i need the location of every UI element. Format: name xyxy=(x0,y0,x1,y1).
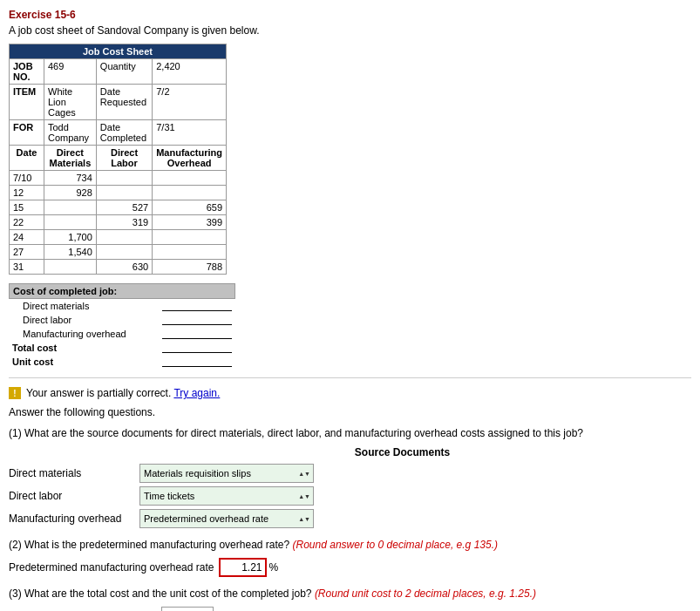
col-moh: ManufacturingOverhead xyxy=(153,146,227,171)
cost-total-value xyxy=(162,343,232,353)
table-row: 22319399 xyxy=(10,215,227,230)
direct-materials-select[interactable]: Materials requisition slips Time tickets… xyxy=(139,464,314,483)
table-row: 271,540 xyxy=(10,245,227,260)
question1-section: (1) What are the source documents for di… xyxy=(9,427,691,528)
cost-row-unit: Unit cost xyxy=(9,355,235,369)
moh-select[interactable]: Materials requisition slips Time tickets… xyxy=(139,509,314,528)
exercise-subtitle: A job cost sheet of Sandoval Company is … xyxy=(9,24,691,37)
item-value: White Lion Cages xyxy=(44,85,97,120)
direct-materials-select-wrapper[interactable]: Materials requisition slips Time tickets… xyxy=(139,464,314,483)
question2-note: (Round answer to 0 decimal place, e.g 13… xyxy=(293,539,498,551)
for-label: FOR xyxy=(10,120,44,146)
direct-labor-select[interactable]: Materials requisition slips Time tickets… xyxy=(139,486,314,506)
quantity-label: Quantity xyxy=(96,59,152,85)
cost-dl-value xyxy=(162,315,232,325)
source-doc-row-moh: Manufacturing overhead Materials requisi… xyxy=(9,509,691,528)
cost-total-label: Total cost xyxy=(12,343,57,353)
direct-labor-select-wrapper[interactable]: Materials requisition slips Time tickets… xyxy=(139,486,314,506)
source-doc-dl-label: Direct labor xyxy=(9,490,139,502)
table-row: 241,700 xyxy=(10,230,227,245)
source-doc-row-dm: Direct materials Materials requisition s… xyxy=(9,464,691,483)
divider xyxy=(9,377,691,378)
percent-sign: % xyxy=(268,561,278,574)
col-direct-materials: DirectMaterials xyxy=(44,146,97,171)
question1-text: (1) What are the source documents for di… xyxy=(9,427,691,439)
cost-row-total: Total cost xyxy=(9,341,235,355)
question3-section: (3) What are the total cost and the unit… xyxy=(9,587,691,611)
date-completed-value: 7/31 xyxy=(153,120,227,146)
question3-note: (Round unit cost to 2 decimal places, e.… xyxy=(315,587,536,600)
table-row: 12928 xyxy=(10,186,227,200)
cost-unit-value xyxy=(162,356,232,367)
table-row: 15527659 xyxy=(10,200,227,215)
col-direct-labor: DirectLabor xyxy=(96,146,152,171)
date-requested-value: 7/2 xyxy=(153,85,227,120)
date-requested-label: Date Requested xyxy=(96,85,152,120)
answer-prompt: Answer the following questions. xyxy=(9,406,691,418)
feedback-section: ! Your answer is partially correct. Try … xyxy=(9,387,691,399)
cost-unit-label: Unit cost xyxy=(12,356,53,367)
cost-row-dm: Direct materials xyxy=(9,299,235,313)
job-no-value: 469 xyxy=(44,59,97,85)
table-row: 31630788 xyxy=(10,260,227,275)
table-row: 7/10734 xyxy=(10,171,227,186)
for-value: Todd Company xyxy=(44,120,97,146)
cost-dm-label: Direct materials xyxy=(23,301,89,311)
question3-text: (3) What are the total cost and the unit… xyxy=(9,587,691,600)
source-doc-moh-label: Manufacturing overhead xyxy=(9,513,139,525)
feedback-icon: ! xyxy=(9,387,21,399)
overhead-rate-input[interactable] xyxy=(219,558,267,577)
quantity-value: 2,420 xyxy=(153,59,227,85)
total-cost-row: Total cost of the completed job $ xyxy=(9,607,691,611)
question2-section: (2) What is the predetermined manufactur… xyxy=(9,539,691,577)
item-label: ITEM xyxy=(10,85,44,120)
overhead-rate-label: Predetermined manufacturing overhead rat… xyxy=(9,561,214,574)
exercise-title: Exercise 15-6 xyxy=(9,9,691,21)
moh-select-wrapper[interactable]: Materials requisition slips Time tickets… xyxy=(139,509,314,528)
total-cost-input[interactable] xyxy=(161,607,214,611)
source-docs-title: Source Documents xyxy=(113,446,691,458)
job-no-label: JOB NO. xyxy=(10,59,44,85)
col-date: Date xyxy=(10,146,44,171)
cost-summary-section: Cost of completed job: Direct materials … xyxy=(9,283,235,369)
feedback-text: Your answer is partially correct. Try ag… xyxy=(26,387,220,399)
overhead-rate-row: Predetermined manufacturing overhead rat… xyxy=(9,558,691,577)
cost-moh-value xyxy=(162,329,232,339)
cost-row-moh: Manufacturing overhead xyxy=(9,327,235,341)
job-cost-sheet-table: Job Cost Sheet JOB NO. 469 Quantity 2,42… xyxy=(9,44,227,275)
source-doc-dm-label: Direct materials xyxy=(9,467,139,479)
cost-row-dl: Direct labor xyxy=(9,313,235,327)
source-doc-row-dl: Direct labor Materials requisition slips… xyxy=(9,486,691,506)
cost-dm-value xyxy=(162,301,232,311)
cost-dl-label: Direct labor xyxy=(23,315,71,325)
cost-moh-label: Manufacturing overhead xyxy=(23,329,126,339)
try-again-link[interactable]: Try again. xyxy=(173,387,220,399)
cost-summary-header: Cost of completed job: xyxy=(9,283,235,299)
question2-text: (2) What is the predetermined manufactur… xyxy=(9,539,691,551)
date-completed-label: Date Completed xyxy=(96,120,152,146)
jcs-header: Job Cost Sheet xyxy=(10,44,227,59)
